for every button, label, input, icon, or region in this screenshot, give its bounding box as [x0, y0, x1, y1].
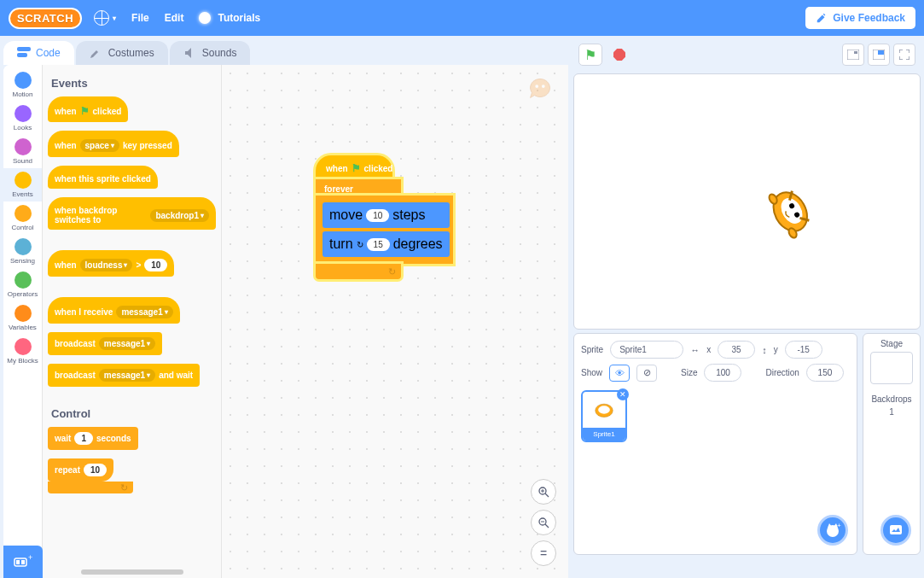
add-sprite-button[interactable]: + — [817, 515, 848, 546]
chevron-down-icon: ▾ — [113, 15, 116, 22]
tutorials-label: Tutorials — [218, 12, 260, 24]
tab-sounds-label: Sounds — [202, 47, 237, 59]
fullscreen-icon — [899, 50, 909, 60]
give-feedback-button[interactable]: Give Feedback — [805, 7, 915, 29]
script-workspace[interactable]: when ⚑ clicked forever move 10 steps tur… — [222, 65, 568, 578]
stage-label: Stage — [880, 339, 903, 348]
tutorials-menu[interactable]: Tutorials — [199, 12, 260, 24]
file-menu[interactable]: File — [131, 12, 149, 24]
stop-icon — [613, 49, 625, 61]
globe-icon — [94, 10, 109, 26]
y-input[interactable] — [785, 341, 822, 359]
block-when-flag-clicked[interactable]: when ⚑ clicked — [48, 96, 128, 122]
tab-sounds[interactable]: Sounds — [170, 41, 251, 65]
sprite-tile[interactable]: ✕ Sprite1 — [581, 390, 627, 442]
block-palette[interactable]: Events when ⚑ clicked when space▾ key pr… — [43, 65, 222, 578]
tab-code-label: Code — [36, 47, 61, 59]
palette-heading-events: Events — [51, 77, 216, 90]
block-when-key-pressed[interactable]: when space▾ key pressed — [48, 131, 179, 157]
stage-thumbnail[interactable] — [870, 352, 913, 384]
svg-rect-18 — [878, 50, 884, 55]
hide-button[interactable]: ⊘ — [636, 365, 657, 382]
zoom-in-button[interactable] — [531, 479, 556, 505]
key-dropdown[interactable]: space▾ — [80, 139, 119, 152]
direction-input[interactable] — [806, 364, 844, 382]
edit-menu[interactable]: Edit — [165, 12, 184, 24]
script-turn[interactable]: turn ↻ 15 degrees — [323, 231, 450, 257]
x-arrow-icon: ↔ — [690, 345, 700, 355]
block-broadcast[interactable]: broadcast message1▾ — [48, 332, 162, 355]
stop-button[interactable] — [607, 44, 631, 66]
block-repeat[interactable]: repeat 10 — [48, 458, 113, 482]
loudness-dropdown[interactable]: loudness▾ — [80, 259, 133, 271]
small-stage-button[interactable] — [842, 44, 864, 66]
stage[interactable] — [573, 73, 921, 330]
block-when-loudness[interactable]: when loudness▾ > 10 — [48, 250, 174, 277]
script-forever[interactable]: forever — [316, 179, 401, 196]
repeat-input[interactable]: 10 — [84, 464, 107, 476]
picture-icon — [888, 523, 904, 538]
block-broadcast-wait[interactable]: broadcast message1▾ and wait — [48, 364, 200, 387]
threshold-input[interactable]: 10 — [144, 259, 167, 271]
cat-face-icon: + — [824, 522, 841, 539]
message-dropdown[interactable]: message1▾ — [99, 337, 155, 350]
block-repeat-foot: ↻ — [48, 482, 133, 493]
green-flag-icon: ⚑ — [352, 162, 361, 174]
category-sound[interactable]: Sound — [3, 135, 42, 168]
x-input[interactable] — [718, 341, 755, 359]
script-when-flag-clicked[interactable]: when ⚑ clicked — [316, 155, 392, 179]
chevron-down-icon: ▾ — [124, 261, 127, 269]
green-flag-button[interactable]: ⚑ — [578, 44, 602, 66]
turn-degrees-input[interactable]: 15 — [367, 238, 390, 251]
sprite-name-input[interactable] — [610, 341, 683, 359]
large-stage-button[interactable] — [868, 44, 890, 66]
svg-rect-0 — [17, 47, 31, 51]
stage-selector[interactable]: Stage Backdrops 1 — [863, 333, 921, 555]
category-my-blocks[interactable]: My Blocks — [3, 335, 42, 368]
language-menu[interactable]: ▾ — [94, 10, 116, 26]
backdrop-dropdown[interactable]: backdrop1▾ — [150, 209, 209, 222]
y-label: y — [774, 345, 778, 354]
block-when-sprite-clicked[interactable]: when this sprite clicked — [48, 166, 158, 189]
block-when-backdrop-switches[interactable]: when backdrop switches to backdrop1▾ — [48, 197, 216, 230]
script-move[interactable]: move 10 steps — [323, 202, 450, 228]
category-dot — [15, 338, 32, 355]
size-input[interactable] — [704, 364, 741, 382]
show-button[interactable]: 👁 — [609, 365, 630, 382]
script-forever-body: move 10 steps turn ↻ 15 degrees — [316, 196, 453, 264]
svg-line-9 — [545, 524, 549, 528]
zoom-out-button[interactable] — [531, 510, 556, 535]
category-dot — [15, 105, 32, 122]
svg-point-3 — [542, 85, 545, 88]
block-wait[interactable]: wait 1 seconds — [48, 427, 138, 450]
tab-costumes[interactable]: Costumes — [76, 41, 168, 65]
palette-scrollbar[interactable] — [81, 569, 183, 575]
tab-code[interactable]: Code — [3, 41, 74, 65]
fullscreen-button[interactable] — [893, 44, 915, 66]
svg-point-26 — [598, 406, 610, 413]
add-extension-button[interactable]: + — [3, 546, 43, 578]
category-motion[interactable]: Motion — [3, 68, 42, 102]
editor-column: Code Costumes Sounds MotionLooksSoundEve… — [0, 36, 568, 578]
svg-rect-29 — [890, 525, 902, 534]
category-sensing[interactable]: Sensing — [3, 235, 42, 268]
sprite-on-stage[interactable] — [755, 172, 829, 250]
seconds-input[interactable]: 1 — [74, 432, 93, 445]
category-operators[interactable]: Operators — [3, 268, 42, 301]
category-dot — [15, 72, 32, 89]
message-dropdown[interactable]: message1▾ — [116, 306, 172, 318]
script-stack[interactable]: when ⚑ clicked forever move 10 steps tur… — [316, 155, 453, 279]
message-dropdown[interactable]: message1▾ — [99, 369, 155, 382]
category-control[interactable]: Control — [3, 201, 42, 235]
add-backdrop-button[interactable] — [880, 515, 911, 546]
block-when-i-receive[interactable]: when I receive message1▾ — [48, 297, 180, 324]
zoom-reset-button[interactable]: = — [531, 540, 556, 566]
category-looks[interactable]: Looks — [3, 102, 42, 135]
delete-sprite-button[interactable]: ✕ — [617, 388, 629, 400]
scratch-logo: SCRATCH — [9, 8, 82, 29]
zoom-controls: = — [531, 479, 556, 566]
category-label: Sound — [13, 157, 32, 165]
move-steps-input[interactable]: 10 — [366, 209, 389, 222]
category-events[interactable]: Events — [3, 168, 42, 201]
category-variables[interactable]: Variables — [3, 301, 42, 335]
